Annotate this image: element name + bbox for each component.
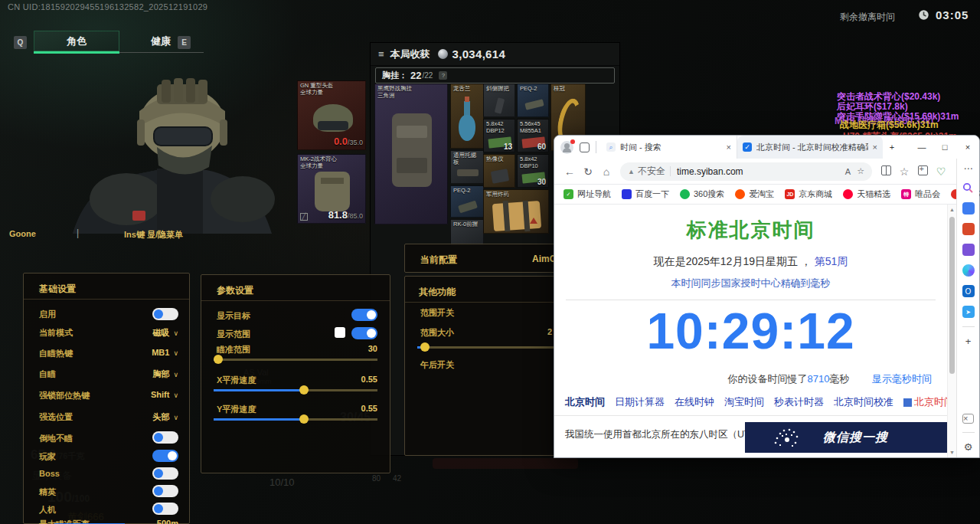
enable-toggle[interactable]: [152, 308, 178, 320]
address-bar[interactable]: ▲ 不安全 time.syiban.com A ☆: [620, 162, 872, 181]
aim-part-select[interactable]: 胸部∨: [152, 368, 178, 380]
reload-button[interactable]: ↻: [579, 165, 597, 178]
show-range-toggle[interactable]: [351, 327, 377, 339]
new-tab-button[interactable]: +: [883, 136, 901, 158]
shopping-tag-icon[interactable]: [962, 202, 975, 215]
sidebar-add-icon[interactable]: +: [965, 336, 972, 347]
tab-close-icon[interactable]: ×: [727, 142, 731, 152]
lockkey-select[interactable]: Shift∨: [151, 390, 178, 399]
favorites-bar-icon[interactable]: ☆: [895, 165, 913, 178]
browser-essentials-icon[interactable]: ♡: [932, 165, 950, 178]
link-sync-helper[interactable]: 北京时间同步助手: [903, 395, 947, 409]
settings-gear-icon[interactable]: ⚙: [964, 441, 973, 453]
aimrange-slider[interactable]: [214, 355, 377, 364]
outlook-icon[interactable]: O: [962, 285, 975, 297]
url-text[interactable]: time.syiban.com: [677, 166, 839, 177]
tab-character[interactable]: 角色: [34, 31, 119, 51]
aimkey-select[interactable]: MB1∨: [152, 348, 178, 357]
helmet-durability: 0.0/35.0: [334, 134, 363, 148]
bookmark-tmall[interactable]: 天猫精选: [843, 188, 890, 200]
scroll-up-icon[interactable]: ▲: [948, 207, 956, 212]
row-aimkey-label: 自瞄热键: [39, 348, 73, 359]
read-aloud-icon[interactable]: A: [845, 167, 851, 176]
copilot-icon[interactable]: [962, 264, 975, 277]
favorite-icon[interactable]: ☆: [857, 166, 864, 176]
bookmark-jd[interactable]: JD京东商城: [785, 188, 832, 200]
window-close-button[interactable]: ×: [956, 136, 979, 158]
bookmark-360[interactable]: 360搜索: [680, 188, 724, 200]
item-peq2-b[interactable]: PEQ-2: [517, 84, 549, 117]
show-range-checkbox[interactable]: [335, 327, 345, 338]
workspaces-icon[interactable]: [580, 142, 590, 152]
footer-text: 我国统一使用首都北京所在的东八时区（UTC+8）的: [554, 422, 745, 453]
item-peq2-a[interactable]: PEQ-2: [450, 185, 484, 218]
bookmark-baidu[interactable]: 百度一下: [622, 188, 669, 200]
scroll-down-icon[interactable]: ▼: [948, 450, 956, 455]
link-beijing-time[interactable]: 北京时间: [565, 395, 605, 409]
item-cheek-rest[interactable]: 通用托腮板: [450, 150, 484, 184]
key-hint-e[interactable]: E: [178, 36, 191, 49]
more-icon[interactable]: ⋯: [964, 163, 973, 174]
link-stopwatch[interactable]: 秒表计时器: [774, 395, 824, 409]
maximize-button[interactable]: □: [933, 136, 956, 158]
show-ms-link[interactable]: 显示毫秒时间: [872, 373, 932, 385]
browser-tab-search[interactable]: ⌕ 时间 - 搜索 ×: [601, 136, 737, 159]
link-time-calibrate[interactable]: 北京时间校准: [834, 395, 893, 409]
forcepos-select[interactable]: 头部∨: [152, 411, 178, 423]
collections-icon[interactable]: [918, 165, 928, 175]
player-divider: |: [77, 228, 79, 238]
xsmooth-slider[interactable]: [214, 385, 377, 395]
link-taobao-time[interactable]: 淘宝时间: [724, 395, 764, 409]
chest-rig-bar[interactable]: 胸挂： 22 /22 ?: [375, 67, 615, 84]
sidebar-search-icon[interactable]: [962, 182, 974, 194]
downed-toggle[interactable]: [152, 431, 178, 444]
help-icon[interactable]: ?: [439, 71, 447, 80]
bookmark-vip[interactable]: 特唯品会: [901, 188, 940, 200]
item-ammo-m855a1[interactable]: 5.56x45M855A1 60: [517, 119, 549, 152]
tab-close-icon[interactable]: ×: [873, 142, 877, 152]
elite-toggle[interactable]: [152, 485, 178, 497]
week-link[interactable]: 第51周: [815, 255, 848, 267]
bottle-art: [459, 115, 475, 141]
image-placeholder-icon[interactable]: ×: [962, 414, 974, 424]
drop-icon[interactable]: ➤: [962, 306, 975, 318]
item-tequila[interactable]: 龙舌兰: [450, 84, 484, 149]
row-xsmooth-label: X平滑速度: [217, 375, 256, 386]
screen: CN UID:181592029455196132582_20251219102…: [0, 0, 980, 524]
item-ammo-dbp12[interactable]: 5.8x42DBP12 13: [483, 119, 515, 152]
key-hint-q[interactable]: Q: [14, 36, 27, 49]
tools-icon[interactable]: [962, 223, 975, 235]
item-explosive[interactable]: 军用炸药: [483, 189, 549, 234]
mode-select[interactable]: 磁吸∨: [152, 327, 178, 339]
link-online-clock[interactable]: 在线时钟: [675, 395, 714, 409]
equip-slot-helmet[interactable]: GN 重型头盔全球力量 0.0/35.0: [297, 80, 366, 150]
link-date-calc[interactable]: 日期计算器: [615, 395, 665, 409]
profile-avatar[interactable]: [560, 141, 573, 154]
bookmark-favicon: ✓: [564, 189, 573, 199]
bot-toggle[interactable]: [152, 503, 178, 515]
boss-toggle[interactable]: [152, 467, 178, 480]
item-thermal[interactable]: 热像仪: [483, 154, 515, 188]
bookmark-hao123[interactable]: ✓网址导航: [564, 188, 611, 200]
page-scrollbar[interactable]: ▲ ▼: [947, 205, 956, 457]
sync-link[interactable]: 本时间同步国家授时中心精确到毫秒: [554, 277, 947, 290]
split-screen-icon[interactable]: [881, 165, 891, 175]
menu-icon[interactable]: ≡: [378, 48, 384, 60]
scrollbar-thumb[interactable]: [949, 217, 955, 374]
item-ammo-dbp10[interactable]: 5.8x42DBP10 30: [517, 154, 549, 188]
item-angled-grip[interactable]: 斜侧握把: [483, 84, 515, 117]
xsmooth-value: 0.55: [361, 375, 377, 384]
wechat-banner[interactable]: 微信搜一搜: [745, 422, 947, 453]
back-button[interactable]: ←: [560, 165, 579, 178]
home-button[interactable]: ⌂: [597, 165, 616, 178]
equip-slot-vest[interactable]: MK-2战术背心全球力量 ╱ 81.8/85.0: [297, 154, 366, 224]
bookmark-taobao[interactable]: 爱淘宝: [735, 188, 774, 200]
player-toggle[interactable]: [152, 450, 178, 462]
people-icon[interactable]: [962, 244, 975, 256]
show-target-toggle[interactable]: [351, 309, 377, 321]
ysmooth-slider[interactable]: [214, 414, 377, 424]
item-rk0-grip[interactable]: RK-0前握: [450, 219, 484, 246]
browser-tab-beijing-time[interactable]: ✓ 北京时间 - 北京时间校准精确到… ×: [737, 136, 883, 159]
minimize-button[interactable]: —: [910, 136, 933, 158]
item-chest-rig[interactable]: 黑鹰野战胸挂三角洲: [374, 84, 448, 224]
